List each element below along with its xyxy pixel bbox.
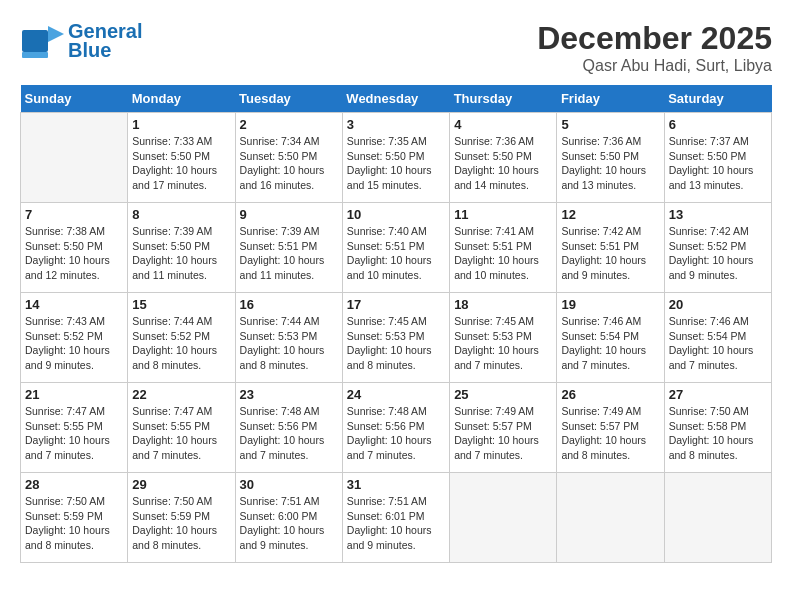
- svg-rect-0: [22, 30, 48, 52]
- day-number: 9: [240, 207, 338, 222]
- calendar-cell: 18Sunrise: 7:45 AMSunset: 5:53 PMDayligh…: [450, 293, 557, 383]
- day-number: 21: [25, 387, 123, 402]
- day-number: 11: [454, 207, 552, 222]
- day-number: 29: [132, 477, 230, 492]
- title-block: December 2025 Qasr Abu Hadi, Surt, Libya: [537, 20, 772, 75]
- day-number: 31: [347, 477, 445, 492]
- calendar-cell: 1Sunrise: 7:33 AMSunset: 5:50 PMDaylight…: [128, 113, 235, 203]
- col-header-friday: Friday: [557, 85, 664, 113]
- day-info: Sunrise: 7:41 AMSunset: 5:51 PMDaylight:…: [454, 224, 552, 283]
- calendar-cell: 29Sunrise: 7:50 AMSunset: 5:59 PMDayligh…: [128, 473, 235, 563]
- day-info: Sunrise: 7:39 AMSunset: 5:50 PMDaylight:…: [132, 224, 230, 283]
- calendar-cell: 8Sunrise: 7:39 AMSunset: 5:50 PMDaylight…: [128, 203, 235, 293]
- day-info: Sunrise: 7:38 AMSunset: 5:50 PMDaylight:…: [25, 224, 123, 283]
- col-header-tuesday: Tuesday: [235, 85, 342, 113]
- calendar-cell: 3Sunrise: 7:35 AMSunset: 5:50 PMDaylight…: [342, 113, 449, 203]
- calendar-cell: 16Sunrise: 7:44 AMSunset: 5:53 PMDayligh…: [235, 293, 342, 383]
- calendar-cell: 24Sunrise: 7:48 AMSunset: 5:56 PMDayligh…: [342, 383, 449, 473]
- day-number: 19: [561, 297, 659, 312]
- day-info: Sunrise: 7:42 AMSunset: 5:52 PMDaylight:…: [669, 224, 767, 283]
- day-number: 24: [347, 387, 445, 402]
- day-info: Sunrise: 7:46 AMSunset: 5:54 PMDaylight:…: [561, 314, 659, 373]
- day-info: Sunrise: 7:50 AMSunset: 5:58 PMDaylight:…: [669, 404, 767, 463]
- week-row-5: 28Sunrise: 7:50 AMSunset: 5:59 PMDayligh…: [21, 473, 772, 563]
- day-info: Sunrise: 7:33 AMSunset: 5:50 PMDaylight:…: [132, 134, 230, 193]
- svg-rect-2: [22, 52, 48, 58]
- day-number: 5: [561, 117, 659, 132]
- day-number: 3: [347, 117, 445, 132]
- svg-marker-1: [48, 26, 64, 42]
- day-number: 14: [25, 297, 123, 312]
- day-number: 26: [561, 387, 659, 402]
- calendar-cell: 9Sunrise: 7:39 AMSunset: 5:51 PMDaylight…: [235, 203, 342, 293]
- day-info: Sunrise: 7:47 AMSunset: 5:55 PMDaylight:…: [25, 404, 123, 463]
- calendar-cell: 25Sunrise: 7:49 AMSunset: 5:57 PMDayligh…: [450, 383, 557, 473]
- day-number: 16: [240, 297, 338, 312]
- day-info: Sunrise: 7:50 AMSunset: 5:59 PMDaylight:…: [25, 494, 123, 553]
- day-number: 13: [669, 207, 767, 222]
- calendar-cell: 7Sunrise: 7:38 AMSunset: 5:50 PMDaylight…: [21, 203, 128, 293]
- day-info: Sunrise: 7:45 AMSunset: 5:53 PMDaylight:…: [347, 314, 445, 373]
- calendar-cell: [557, 473, 664, 563]
- logo: General Blue: [20, 20, 142, 62]
- day-info: Sunrise: 7:48 AMSunset: 5:56 PMDaylight:…: [347, 404, 445, 463]
- calendar-cell: 26Sunrise: 7:49 AMSunset: 5:57 PMDayligh…: [557, 383, 664, 473]
- calendar-cell: 13Sunrise: 7:42 AMSunset: 5:52 PMDayligh…: [664, 203, 771, 293]
- calendar-cell: 31Sunrise: 7:51 AMSunset: 6:01 PMDayligh…: [342, 473, 449, 563]
- day-info: Sunrise: 7:44 AMSunset: 5:53 PMDaylight:…: [240, 314, 338, 373]
- calendar-cell: 10Sunrise: 7:40 AMSunset: 5:51 PMDayligh…: [342, 203, 449, 293]
- calendar-cell: 27Sunrise: 7:50 AMSunset: 5:58 PMDayligh…: [664, 383, 771, 473]
- day-info: Sunrise: 7:46 AMSunset: 5:54 PMDaylight:…: [669, 314, 767, 373]
- day-info: Sunrise: 7:39 AMSunset: 5:51 PMDaylight:…: [240, 224, 338, 283]
- calendar-cell: 15Sunrise: 7:44 AMSunset: 5:52 PMDayligh…: [128, 293, 235, 383]
- day-number: 27: [669, 387, 767, 402]
- calendar-cell: 14Sunrise: 7:43 AMSunset: 5:52 PMDayligh…: [21, 293, 128, 383]
- day-info: Sunrise: 7:50 AMSunset: 5:59 PMDaylight:…: [132, 494, 230, 553]
- page-header: General Blue December 2025 Qasr Abu Hadi…: [20, 20, 772, 75]
- day-number: 18: [454, 297, 552, 312]
- calendar-cell: 2Sunrise: 7:34 AMSunset: 5:50 PMDaylight…: [235, 113, 342, 203]
- day-info: Sunrise: 7:43 AMSunset: 5:52 PMDaylight:…: [25, 314, 123, 373]
- day-number: 6: [669, 117, 767, 132]
- day-info: Sunrise: 7:49 AMSunset: 5:57 PMDaylight:…: [561, 404, 659, 463]
- day-number: 30: [240, 477, 338, 492]
- day-info: Sunrise: 7:45 AMSunset: 5:53 PMDaylight:…: [454, 314, 552, 373]
- day-number: 2: [240, 117, 338, 132]
- day-info: Sunrise: 7:35 AMSunset: 5:50 PMDaylight:…: [347, 134, 445, 193]
- calendar-header-row: SundayMondayTuesdayWednesdayThursdayFrid…: [21, 85, 772, 113]
- calendar-cell: 17Sunrise: 7:45 AMSunset: 5:53 PMDayligh…: [342, 293, 449, 383]
- col-header-saturday: Saturday: [664, 85, 771, 113]
- calendar-cell: 22Sunrise: 7:47 AMSunset: 5:55 PMDayligh…: [128, 383, 235, 473]
- day-number: 20: [669, 297, 767, 312]
- day-number: 10: [347, 207, 445, 222]
- main-title: December 2025: [537, 20, 772, 57]
- day-number: 17: [347, 297, 445, 312]
- week-row-1: 1Sunrise: 7:33 AMSunset: 5:50 PMDaylight…: [21, 113, 772, 203]
- day-info: Sunrise: 7:40 AMSunset: 5:51 PMDaylight:…: [347, 224, 445, 283]
- day-info: Sunrise: 7:37 AMSunset: 5:50 PMDaylight:…: [669, 134, 767, 193]
- week-row-2: 7Sunrise: 7:38 AMSunset: 5:50 PMDaylight…: [21, 203, 772, 293]
- day-info: Sunrise: 7:34 AMSunset: 5:50 PMDaylight:…: [240, 134, 338, 193]
- calendar-cell: 20Sunrise: 7:46 AMSunset: 5:54 PMDayligh…: [664, 293, 771, 383]
- day-number: 7: [25, 207, 123, 222]
- day-number: 12: [561, 207, 659, 222]
- day-info: Sunrise: 7:44 AMSunset: 5:52 PMDaylight:…: [132, 314, 230, 373]
- day-number: 25: [454, 387, 552, 402]
- week-row-3: 14Sunrise: 7:43 AMSunset: 5:52 PMDayligh…: [21, 293, 772, 383]
- day-info: Sunrise: 7:42 AMSunset: 5:51 PMDaylight:…: [561, 224, 659, 283]
- calendar-cell: 6Sunrise: 7:37 AMSunset: 5:50 PMDaylight…: [664, 113, 771, 203]
- calendar-cell: 4Sunrise: 7:36 AMSunset: 5:50 PMDaylight…: [450, 113, 557, 203]
- day-info: Sunrise: 7:51 AMSunset: 6:01 PMDaylight:…: [347, 494, 445, 553]
- calendar-cell: 11Sunrise: 7:41 AMSunset: 5:51 PMDayligh…: [450, 203, 557, 293]
- day-number: 1: [132, 117, 230, 132]
- day-number: 28: [25, 477, 123, 492]
- day-info: Sunrise: 7:47 AMSunset: 5:55 PMDaylight:…: [132, 404, 230, 463]
- day-info: Sunrise: 7:48 AMSunset: 5:56 PMDaylight:…: [240, 404, 338, 463]
- day-number: 8: [132, 207, 230, 222]
- col-header-thursday: Thursday: [450, 85, 557, 113]
- calendar-cell: 19Sunrise: 7:46 AMSunset: 5:54 PMDayligh…: [557, 293, 664, 383]
- week-row-4: 21Sunrise: 7:47 AMSunset: 5:55 PMDayligh…: [21, 383, 772, 473]
- day-number: 15: [132, 297, 230, 312]
- day-info: Sunrise: 7:51 AMSunset: 6:00 PMDaylight:…: [240, 494, 338, 553]
- calendar-cell: [664, 473, 771, 563]
